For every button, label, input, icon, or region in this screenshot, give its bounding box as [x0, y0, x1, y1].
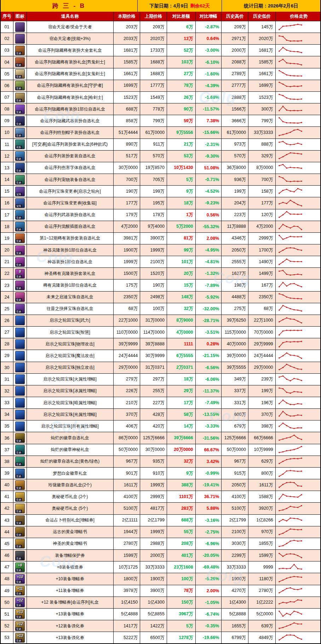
price-change-pct: -19.41% — [196, 479, 222, 491]
price-diff: 59万 — [167, 115, 196, 126]
table-row[interactable]: 13交易命运序列伤害字体自选礼盒30万000019万857010万143051.… — [1, 162, 320, 174]
table-row[interactable]: 40交易玲珑徽章自选礼盒(2个)1611万1999万388万-19.41%205… — [1, 479, 320, 491]
table-row[interactable]: 14交易命运序列宠物装备自选礼盒700万705万5万-0.71%936万700万 — [1, 174, 320, 186]
table-row[interactable]: 18交易命运序列觉醒插图自选礼盒4万20009万40005万2000-55.32… — [1, 221, 320, 233]
history-high: 39万5555 — [222, 362, 248, 373]
previous-price: 2988万 — [140, 538, 167, 549]
table-row[interactable]: 49+11交易+11装备增幅券3978万3900万78万2.00%4270万27… — [1, 585, 320, 597]
table-row[interactable]: 33启示之轮回宝珠[暗属性增幅]210万227万17万-7.49%331万196… — [1, 397, 320, 409]
table-row[interactable]: 38交易灿烂的徽章自选礼盒(黄色/绿色)967万935万32万3.42%967万… — [1, 456, 320, 468]
history-low: 5亿0000 — [248, 609, 276, 620]
row-number: 14 — [1, 174, 13, 185]
price-change-pct: 3.42% — [196, 456, 222, 467]
table-row[interactable]: 43交易命运占卜特别礼盒[增幅券]2亿11112亿1799688万-3.16%2… — [1, 515, 320, 526]
history-low: 9999 — [248, 561, 276, 573]
table-row[interactable]: 15宝珠命运序列宝珠变更券[启示之轮向]190万199万9万-4.52%199万… — [1, 186, 320, 197]
table-row[interactable]: 17交易命运序列武器装扮自选礼盒179万178万1万0.56%223万120万 — [1, 209, 320, 221]
item-name: 命运序列宠物装备自选礼盒 — [27, 174, 114, 185]
table-row[interactable]: 48+10交易+10装备增幅券1800万1900万100万-5.26%1900万… — [1, 573, 320, 585]
table-row[interactable]: 10交易命运序列特别帽子装扮自选礼盒51万444461万00009万5556-1… — [1, 127, 320, 139]
table-row[interactable]: 08交易命运序列隐藏稀有装扮1部位自选礼盒688万778万90万-11.57%1… — [1, 103, 320, 115]
table-row[interactable]: 09交易命运序列隐藏武器装扮自选礼盒858万799万59万7.38%3666万7… — [1, 115, 320, 127]
table-row[interactable]: 20交易神器克隆装扮1部位自选礼盒1900万1999万99万-4.95%2050… — [1, 244, 320, 256]
history-high: 967万 — [222, 456, 248, 467]
table-row[interactable]: 52+12交易+12装备强化券1417万1422万5万-0.35%1655万63… — [1, 620, 320, 632]
table-row[interactable]: 11装扮[可交易]命运序列装扮套装礼盒(6种款式)890万911万21万-2.3… — [1, 139, 320, 151]
item-name: 远古的黄金增幅书 — [27, 526, 114, 538]
previous-price: 1549万 — [140, 92, 167, 103]
table-row[interactable]: 07交易命运序列隐藏稀有装扮礼盒[枪剑士]1523万1549万26万-1.68%… — [1, 92, 320, 103]
item-name: 命运序列隐藏武器装扮自选礼盒 — [27, 115, 114, 126]
history-low: 1490万 — [248, 256, 276, 267]
price-change-pct: 36.71% — [196, 491, 222, 502]
table-row[interactable]: 24交易未来之启迪宝珠自选礼盒2350万2498万148万-5.92%4488万… — [1, 292, 320, 303]
table-row[interactable]: 02宿命天定者(技能+3%)2033万2020万13万0.64%2971万202… — [1, 33, 320, 45]
table-row[interactable]: 27启示之轮回宝珠[智慧]110万0000114万00004万0000-3.51… — [1, 327, 320, 338]
table-row[interactable]: 31启示之轮回宝珠[火属性增幅]279万297万18万-6.06%349万239… — [1, 374, 320, 385]
table-row[interactable]: 29启示之轮回宝珠[魔法攻击]24万444430万99996万5555-21.1… — [1, 350, 320, 362]
table-row[interactable]: 50+12交易+12 装备增幅券[命运序列]礼盒1亿41501亿4300150万… — [1, 597, 320, 609]
icon-trade-badge: 交易 — [16, 99, 22, 102]
row-number: 52 — [1, 620, 13, 632]
table-row[interactable]: 06交易命运序列隐藏稀有装扮礼盒[守护者]1699万1777万78万-4.39%… — [1, 80, 320, 92]
table-row[interactable]: 37交易灿烂的徽章神秘礼盒50万000030万000020万000066.67%… — [1, 444, 320, 456]
table-row[interactable]: 05交易命运序列隐藏稀有装扮礼盒[女鬼剑士]1661万1688万27万-1.60… — [1, 68, 320, 80]
table-row[interactable]: 39交易梦想白金徽章礼盒901万910万9万-0.99%915万800万 — [1, 468, 320, 479]
table-row[interactable]: 26启示之轮回宝珠[武力]22万100031万00008万9000-28.71%… — [1, 315, 320, 327]
previous-price: 1733万 — [140, 45, 167, 56]
table-row[interactable]: 46交易装备增幅保护券1599万2000万401万-20.05%2299万159… — [1, 550, 320, 561]
table-row[interactable]: 21交易神器装扮1部位自选礼盒1999万2100万101万-4.81%2555万… — [1, 256, 320, 268]
item-icon-cell — [13, 338, 27, 350]
table-row[interactable]: 34启示之轮回宝珠[光属性增幅]370万428万58万-13.55%600万37… — [1, 409, 320, 420]
item-icon-cell: 交易 — [13, 233, 27, 244]
history-low: 1588万 — [248, 491, 276, 502]
item-icon-cell: 交易 — [13, 127, 27, 138]
table-row[interactable]: 36交易灿烂的徽章自选礼盒86万0000125万666639万6666-31.5… — [1, 432, 320, 444]
price-trend-sparkline — [276, 209, 320, 221]
table-row[interactable]: 03交易命运序列隐藏稀有装扮大全套礼盒1681万1733万52万-3.00%20… — [1, 45, 320, 56]
table-row[interactable]: 32启示之轮回宝珠[冰属性增幅]226万255万29万-11.37%337万19… — [1, 385, 320, 397]
table-row[interactable]: 23交易稀有克隆装扮1部位自选礼盒175万190万15万-7.89%198万16… — [1, 279, 320, 291]
price-change-pct: 7.38% — [196, 115, 222, 126]
table-row[interactable]: 19交易第1~12期稀有装扮套装自选礼盒3981万3900万81万2.08%43… — [1, 233, 320, 244]
table-row[interactable]: 41交易奥秘硬币礼盒 (2个)4100万2999万1101万36.71%4100… — [1, 491, 320, 503]
table-row[interactable]: 04交易命运序列隐藏稀有装扮礼盒[男鬼剑士]1585万1688万103万-6.1… — [1, 56, 320, 68]
price-change-pct: -20.05% — [196, 550, 222, 561]
item-icon-cell: 交易 — [13, 103, 27, 115]
history-high: 5亿8888 — [222, 609, 248, 620]
table-row[interactable]: 25交易往昔之抉择宝珠自选礼盒68万100万32万-32.00%275万68万 — [1, 303, 320, 315]
table-row[interactable]: 45交易神圣的黄金增幅书2780万2988万208万-6.96%3030万185… — [1, 538, 320, 550]
price-change-pct: -0.71% — [196, 174, 222, 185]
history-high: 115万0000 — [222, 327, 248, 338]
table-row[interactable]: 44交易远古的黄金增幅书1944万1999万55万-2.75%2100万970万 — [1, 526, 320, 538]
previous-price: 428万 — [140, 409, 167, 420]
current-price: 179万 — [114, 209, 141, 221]
icon-trade-badge: 宝珠 — [16, 193, 22, 196]
history-low: 1599万 — [248, 550, 276, 561]
stat-label: 统计日期： — [244, 3, 268, 9]
table-row[interactable]: 30启示之轮回宝珠[独立攻击]29万000031万03712万0371-6.56… — [1, 362, 320, 374]
price-trend-sparkline — [276, 127, 320, 138]
table-row[interactable]: 47+8交易+8装备锻造券10万172533万333323万1608-69.48… — [1, 561, 320, 573]
table-row[interactable]: 28启示之轮回宝珠[物理攻击]39万999939万888811110.28%40… — [1, 338, 320, 350]
history-low: 1699万 — [248, 80, 276, 91]
table-row[interactable]: 12交易命运序列装扮套装自选礼盒517万570万53万-9.30%570万329… — [1, 151, 320, 162]
table-row[interactable]: 01宿命天定者/受命于天者203万209万6万-2.87%209万145万 — [1, 21, 320, 33]
table-row[interactable]: 51+13交易+13装备增幅券5亿48885亿88553967万-6.74%5亿… — [1, 609, 320, 620]
table-row[interactable]: 228交易神圣稀有克隆装扮套装礼盒1500万1520万20万-1.32%1627… — [1, 268, 320, 279]
table-row[interactable]: 35启示之轮回宝珠[所有属性增幅]406万420万14万-3.33%679万39… — [1, 420, 320, 432]
table-row[interactable]: 42交易奥秘硬币礼盒 (5个)5100万4817万283万5.88%5100万3… — [1, 503, 320, 514]
table-row[interactable]: 16宝珠命运序列宝珠变更券[收集箱]177万195万18万-9.23%204万1… — [1, 197, 320, 209]
table-row[interactable]: 53+13交易+13装备强化券5222万6500万1278万-19.66%679… — [1, 632, 320, 644]
column-header-2: 图标 — [13, 12, 27, 21]
previous-price: 1900万 — [140, 573, 167, 584]
price-diff: 8万9000 — [167, 315, 196, 326]
item-icon-cell — [13, 397, 27, 408]
item-icon-cell: 交易 — [13, 432, 27, 444]
row-number: 29 — [1, 350, 13, 361]
item-name: [可交易]命运序列装扮套装礼盒(6种款式) — [27, 139, 114, 150]
item-name: 命运占卜特别礼盒[增幅券] — [27, 515, 114, 526]
price-change-pct: -6.56% — [196, 362, 222, 373]
icon-trade-badge: 交易 — [16, 475, 22, 478]
item-name: +13装备强化券 — [27, 632, 114, 643]
